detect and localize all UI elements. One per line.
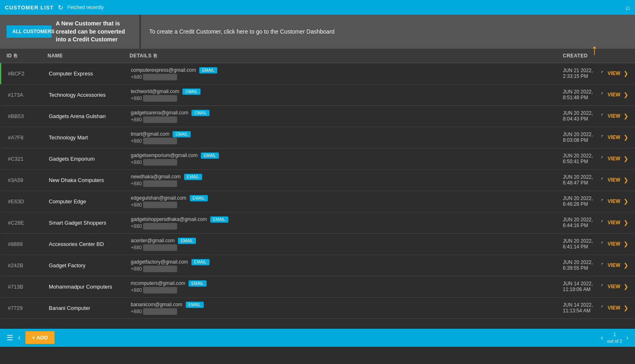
- view-button[interactable]: VIEW: [608, 134, 620, 140]
- view-button[interactable]: VIEW: [608, 92, 620, 98]
- cell-created: JUN 20 2022, 8:51:48 PM: [563, 89, 604, 100]
- search-icon[interactable]: ⌕: [626, 3, 630, 12]
- table-row[interactable]: #A7F8 Technology Mart tmart@gmail.com EM…: [0, 127, 635, 148]
- email-badge: EMAIL: [182, 89, 200, 95]
- cell-name: Mohammadpur Computers: [49, 284, 131, 290]
- tooltip-right[interactable]: To create a Credit Customer, click here …: [141, 15, 635, 49]
- view-button[interactable]: VIEW: [608, 71, 620, 76]
- cell-id: #713B: [8, 284, 49, 290]
- top-bar: CUSTOMER LIST ↻ Fetched recently ⌕: [0, 0, 635, 15]
- chart-icon[interactable]: ⎖: [600, 70, 604, 77]
- id-copy-icon[interactable]: ⎘: [14, 53, 17, 59]
- view-button[interactable]: VIEW: [608, 305, 620, 311]
- view-button[interactable]: VIEW: [608, 198, 620, 204]
- cell-actions: ⎖ VIEW ❯: [604, 70, 628, 77]
- cell-details: newdhaka@gmail.com EMAIL +880 █████: [131, 174, 473, 187]
- chevron-right-icon[interactable]: ❯: [624, 91, 628, 98]
- view-button[interactable]: VIEW: [608, 177, 620, 183]
- table-row[interactable]: #242B Gadget Factory gadgetfactory@gmail…: [0, 255, 635, 276]
- cell-name: Gadgets Emporium: [49, 156, 131, 162]
- prev-page-button[interactable]: ‹: [601, 334, 603, 341]
- cell-id: #242B: [8, 262, 49, 268]
- add-customer-button[interactable]: + ADD: [25, 331, 55, 344]
- cell-id: #173A: [8, 92, 49, 98]
- chart-icon[interactable]: ⎖: [600, 219, 604, 226]
- table-row[interactable]: #7729 Banani Computer bananicom@gmail.co…: [0, 298, 635, 319]
- chart-icon[interactable]: ⎖: [600, 112, 604, 120]
- view-button[interactable]: VIEW: [608, 220, 620, 225]
- table-row[interactable]: #C321 Gadgets Emporium gadgetsemporium@g…: [0, 148, 635, 170]
- table-row[interactable]: #3A59 New Dhaka Computers newdhaka@gmail…: [0, 170, 635, 191]
- hamburger-menu-icon[interactable]: ☰: [7, 333, 13, 342]
- email-badge: EMAIL: [201, 152, 219, 159]
- cell-details: gadgetsarena@gmail.com EMAIL +880 █████: [131, 110, 473, 123]
- view-button[interactable]: VIEW: [608, 241, 620, 247]
- refresh-icon[interactable]: ↻: [58, 4, 63, 11]
- cell-id: #C321: [8, 156, 49, 162]
- chevron-right-icon[interactable]: ❯: [624, 155, 628, 162]
- bottom-bar: ☰ ‹ + ADD ‹ 1 out of 2 ›: [0, 329, 635, 347]
- chevron-right-icon[interactable]: ❯: [624, 219, 628, 226]
- table-row[interactable]: #BB53 Gadgets Arena Gulshan gadgetsarena…: [0, 106, 635, 127]
- chevron-right-icon[interactable]: ❯: [624, 198, 628, 205]
- page-title: CUSTOMER LIST: [5, 5, 54, 11]
- cell-email: gadgetsarena@gmail.com: [131, 110, 188, 116]
- cell-email: bananicom@gmail.com: [131, 302, 182, 307]
- page-current: 1: [607, 331, 622, 338]
- chevron-right-icon[interactable]: ❯: [624, 241, 628, 247]
- chart-icon[interactable]: ⎖: [600, 283, 604, 290]
- back-button[interactable]: ‹: [18, 333, 20, 342]
- chart-icon[interactable]: ⎖: [600, 176, 604, 184]
- chevron-right-icon[interactable]: ❯: [624, 177, 628, 183]
- table-row[interactable]: #C28E Smart Gadget Shoppers gadgetshoppe…: [0, 212, 635, 234]
- table-row[interactable]: #173A Technology Accessories techworld@g…: [0, 84, 635, 106]
- chart-icon[interactable]: ⎖: [600, 304, 604, 312]
- cell-name: Gadget Factory: [49, 262, 131, 268]
- chart-icon[interactable]: ⎖: [600, 134, 604, 141]
- cell-details: gadgetfactory@gmail.com EMAIL +880 █████: [131, 259, 473, 272]
- chart-icon[interactable]: ⎖: [600, 262, 604, 269]
- top-bar-left: CUSTOMER LIST ↻ Fetched recently: [5, 4, 104, 11]
- table-row[interactable]: #E63D Computer Edge edgegulshan@gmail.co…: [0, 191, 635, 212]
- cell-email: newdhaka@gmail.com: [131, 174, 181, 180]
- next-page-button[interactable]: ›: [626, 334, 628, 341]
- chevron-right-icon[interactable]: ❯: [624, 283, 628, 290]
- cell-phone: +880 █████: [131, 287, 473, 293]
- table-row[interactable]: #BCF2 Computer Express computerexpress@g…: [0, 63, 635, 84]
- view-button[interactable]: VIEW: [608, 262, 620, 268]
- cell-id: #BB53: [8, 113, 49, 119]
- chart-icon[interactable]: ⎖: [600, 91, 604, 98]
- email-badge: EMAIL: [199, 67, 217, 73]
- cell-name: Computer Express: [49, 71, 131, 77]
- chart-icon[interactable]: ⎖: [600, 240, 604, 248]
- cell-created: JUN 20 2022, 6:39:55 PM: [563, 259, 604, 271]
- cell-id: #BCF2: [8, 71, 49, 77]
- chevron-right-icon[interactable]: ❯: [624, 70, 628, 77]
- view-button[interactable]: VIEW: [608, 113, 620, 119]
- chart-icon[interactable]: ⎖: [600, 198, 604, 205]
- cell-phone: +880 █████: [131, 96, 473, 101]
- all-customers-button[interactable]: ALL CUSTOMERS: [7, 25, 52, 38]
- email-badge: EMAIL: [184, 174, 202, 180]
- email-badge: EMAIL: [186, 302, 204, 308]
- chevron-right-icon[interactable]: ❯: [624, 262, 628, 268]
- details-copy-icon[interactable]: ⎘: [154, 53, 157, 59]
- email-badge: EMAIL: [190, 195, 208, 201]
- chevron-right-icon[interactable]: ❯: [624, 113, 628, 119]
- cell-phone: +880 █████: [131, 245, 473, 250]
- email-badge: EMAIL: [191, 110, 209, 116]
- chevron-right-icon[interactable]: ❯: [624, 134, 628, 141]
- col-name-header: NAME: [48, 53, 130, 59]
- cell-created: JUN 20 2022, 6:41:14 PM: [563, 238, 604, 250]
- cell-phone: +880 █████: [131, 266, 473, 272]
- chart-icon[interactable]: ⎖: [600, 155, 604, 162]
- table-row[interactable]: #8889 Accessories Center BD acenter@gmai…: [0, 234, 635, 255]
- cell-details: gadgetsemporium@gmail.com EMAIL +880 ███…: [131, 152, 473, 165]
- cell-details: computerexpress@gmail.com EMAIL +880 ███…: [131, 67, 473, 80]
- view-button[interactable]: VIEW: [608, 284, 620, 289]
- table-row[interactable]: #713B Mohammadpur Computers mcomputers@g…: [0, 276, 635, 298]
- view-button[interactable]: VIEW: [608, 156, 620, 162]
- col-details-header: DETAILS ⎘: [130, 53, 473, 59]
- cell-email: tmart@gmail.com: [131, 131, 169, 137]
- chevron-right-icon[interactable]: ❯: [624, 305, 628, 311]
